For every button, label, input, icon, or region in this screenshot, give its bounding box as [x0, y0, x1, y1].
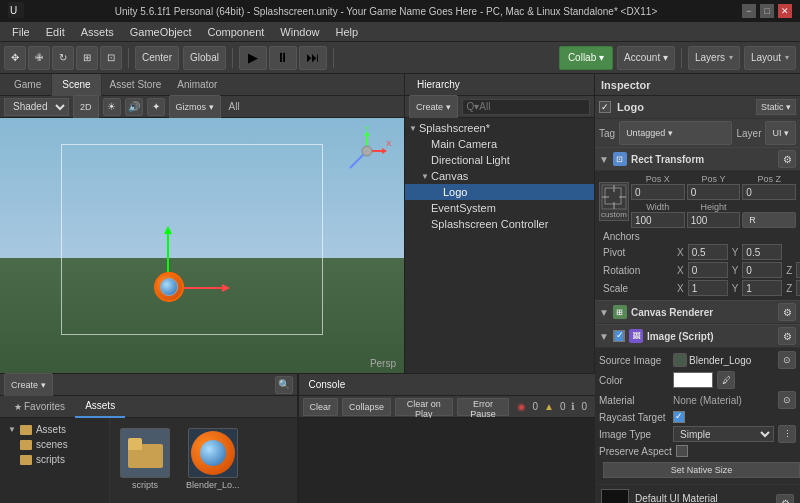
collab-button[interactable]: Collab ▾	[559, 46, 613, 70]
color-swatch[interactable]	[673, 372, 713, 388]
hierarchy-item-logo[interactable]: Logo	[405, 184, 594, 200]
rect-tool[interactable]: ⊡	[100, 46, 122, 70]
height-input[interactable]	[687, 212, 741, 228]
hierarchy-item-canvas[interactable]: ▼ Canvas	[405, 168, 594, 184]
fx-button[interactable]: ✦	[147, 98, 165, 116]
rect-transform-settings[interactable]: ⚙	[778, 150, 796, 168]
native-size-btn[interactable]: Set Native Size	[603, 462, 800, 478]
tree-item-scripts[interactable]: scripts	[4, 452, 105, 467]
scale-tool[interactable]: ⊞	[76, 46, 98, 70]
hierarchy-item-controller[interactable]: Splashscreen Controller	[405, 216, 594, 232]
scale-z-input[interactable]	[796, 280, 800, 296]
console-clear-on-play-btn[interactable]: Clear on Play	[395, 398, 453, 416]
asset-blender-logo[interactable]: Blender_Lo...	[182, 424, 244, 494]
rot-y-input[interactable]	[742, 262, 782, 278]
console-clear-btn[interactable]: Clear	[303, 398, 339, 416]
canvas-renderer-settings[interactable]: ⚙	[778, 303, 796, 321]
hierarchy-item-splashscreen[interactable]: ▼ Splashscreen*	[405, 120, 594, 136]
material-color-swatch[interactable]	[601, 489, 629, 503]
scene-view-area[interactable]: X Y Persp	[0, 118, 404, 373]
close-button[interactable]: ✕	[778, 4, 792, 18]
gameobject-active-checkbox[interactable]	[599, 101, 611, 113]
tab-game[interactable]: Game	[4, 74, 52, 96]
anchor-preset[interactable]: custom	[599, 182, 629, 221]
menu-assets[interactable]: Assets	[73, 22, 122, 42]
center-toggle[interactable]: Center	[135, 46, 179, 70]
pos-z-input[interactable]	[742, 184, 796, 200]
account-dropdown[interactable]: Account ▾	[617, 46, 675, 70]
hierarchy-item-dir-light[interactable]: Directional Light	[405, 152, 594, 168]
2d-button[interactable]: 2D	[73, 95, 99, 119]
tab-scene[interactable]: Scene	[52, 74, 101, 96]
image-type-select[interactable]: Simple	[673, 426, 774, 442]
preserve-aspect-checkbox[interactable]	[676, 445, 688, 457]
blender-logo-object[interactable]	[154, 272, 184, 302]
r-button[interactable]: R	[742, 212, 796, 228]
layout-dropdown[interactable]: Layout ▾	[744, 46, 796, 70]
asset-scripts-folder[interactable]: scripts	[116, 424, 174, 494]
raycast-checkbox[interactable]	[673, 411, 685, 423]
source-image-picker[interactable]: ⊙	[778, 351, 796, 369]
hierarchy-create-btn[interactable]: Create ▾	[409, 95, 458, 119]
menu-gameobject[interactable]: GameObject	[122, 22, 200, 42]
pause-button[interactable]: ⏸	[269, 46, 297, 70]
canvas-renderer-header[interactable]: ▼ ⊞ Canvas Renderer ⚙	[595, 300, 800, 324]
gizmos-button[interactable]: Gizmos ▾	[169, 95, 221, 119]
menu-help[interactable]: Help	[327, 22, 366, 42]
lighting-button[interactable]: ☀	[103, 98, 121, 116]
move-tool[interactable]: ✙	[28, 46, 50, 70]
width-input[interactable]	[631, 212, 685, 228]
image-script-header[interactable]: ▼ 🖼 Image (Script) ⚙	[595, 324, 800, 348]
tree-item-assets[interactable]: ▼ Assets	[4, 422, 105, 437]
animator-tab[interactable]: Animator	[169, 74, 225, 96]
image-script-settings[interactable]: ⚙	[778, 327, 796, 345]
menu-edit[interactable]: Edit	[38, 22, 73, 42]
tree-item-scenes[interactable]: scenes	[4, 437, 105, 452]
pivot-x-input[interactable]	[688, 244, 728, 260]
image-type-settings[interactable]: ⋮	[778, 425, 796, 443]
image-script-enabled[interactable]	[614, 330, 624, 342]
layer-dropdown[interactable]: UI ▾	[765, 121, 796, 145]
scene-panel-tabs: Game Scene Asset Store Animator	[0, 74, 404, 96]
rotate-tool[interactable]: ↻	[52, 46, 74, 70]
pos-x-input[interactable]	[631, 184, 685, 200]
hand-tool[interactable]: ✥	[4, 46, 26, 70]
scene-object[interactable]	[154, 272, 184, 302]
rot-x-input[interactable]	[688, 262, 728, 278]
scale-y-input[interactable]	[742, 280, 782, 296]
maximize-button[interactable]: □	[760, 4, 774, 18]
layers-dropdown[interactable]: Layers ▾	[688, 46, 740, 70]
color-picker-btn[interactable]: 🖊	[717, 371, 735, 389]
source-image-value[interactable]: Blender_Logo	[689, 355, 776, 366]
project-tab-assets[interactable]: Assets	[75, 396, 125, 418]
menu-component[interactable]: Component	[199, 22, 272, 42]
hierarchy-item-eventsystem[interactable]: EventSystem	[405, 200, 594, 216]
pivot-y-input[interactable]	[742, 244, 782, 260]
pos-y-input[interactable]	[687, 184, 741, 200]
step-button[interactable]: ⏭	[299, 46, 327, 70]
shading-dropdown[interactable]: Shaded	[4, 98, 69, 116]
image-script-checkbox[interactable]	[613, 330, 625, 342]
material-value: None (Material)	[673, 395, 774, 406]
material-settings-btn[interactable]: ⚙	[776, 494, 794, 503]
global-toggle[interactable]: Global	[183, 46, 226, 70]
project-create-btn[interactable]: Create ▾	[4, 373, 53, 397]
play-button[interactable]: ▶	[239, 46, 267, 70]
hierarchy-item-main-camera[interactable]: Main Camera	[405, 136, 594, 152]
project-search-btn[interactable]: 🔍	[275, 376, 293, 394]
menu-file[interactable]: File	[4, 22, 38, 42]
console-collapse-btn[interactable]: Collapse	[342, 398, 391, 416]
project-tab-favorites[interactable]: ★ Favorites	[4, 396, 75, 418]
console-error-pause-btn[interactable]: Error Pause	[457, 398, 510, 416]
audio-button[interactable]: 🔊	[125, 98, 143, 116]
material-picker[interactable]: ⊙	[778, 391, 796, 409]
menu-window[interactable]: Window	[272, 22, 327, 42]
scale-x-input[interactable]	[688, 280, 728, 296]
tag-dropdown[interactable]: Untagged ▾	[619, 121, 732, 145]
static-dropdown[interactable]: Static ▾	[756, 99, 796, 115]
rot-z-input[interactable]	[796, 262, 800, 278]
asset-store-tab[interactable]: Asset Store	[102, 74, 170, 96]
minimize-button[interactable]: −	[742, 4, 756, 18]
rect-transform-header[interactable]: ▼ ⊡ Rect Transform ⚙	[595, 147, 800, 171]
hierarchy-search[interactable]	[462, 99, 590, 115]
